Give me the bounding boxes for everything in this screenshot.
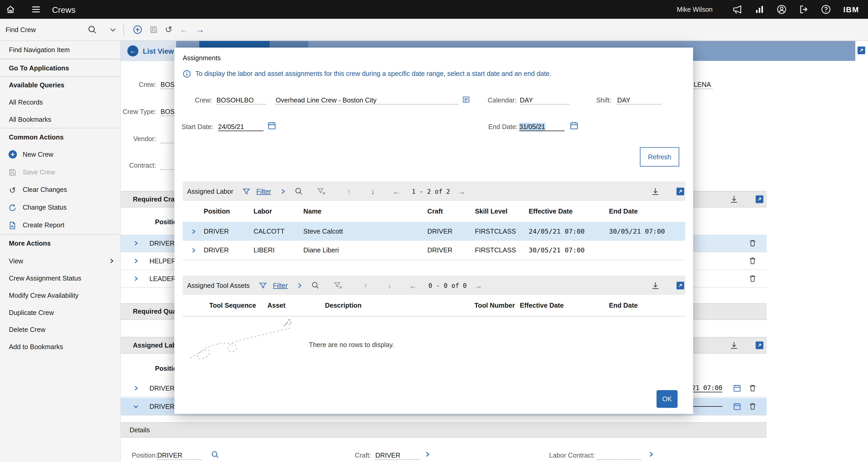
- effective-date-cell: 24/05/21 07:00: [529, 222, 609, 241]
- maximize-table-icon[interactable]: [755, 195, 764, 203]
- back-arrow-icon[interactable]: ←: [127, 45, 138, 56]
- column-header[interactable]: End Date: [609, 201, 685, 222]
- sidebar-item-all-records[interactable]: All Records: [0, 94, 120, 111]
- user-name[interactable]: Mike Wilson: [677, 5, 713, 13]
- expand-row-icon[interactable]: [183, 241, 204, 259]
- filter-link[interactable]: Filter: [273, 275, 288, 295]
- column-header[interactable]: Position: [204, 201, 253, 222]
- calendar-icon[interactable]: [733, 402, 741, 410]
- calendar-icon[interactable]: [733, 384, 741, 392]
- chevron-right-icon[interactable]: [280, 182, 286, 201]
- column-header[interactable]: Description: [325, 295, 474, 316]
- sidebar-item-add-to-bookmarks[interactable]: Add to Bookmarks: [0, 338, 120, 355]
- sidebar-item-new-crew[interactable]: New Crew: [0, 145, 120, 163]
- labor-row-selected[interactable]: DRIVER CALCOTT Steve Calcott DRIVER FIRS…: [183, 222, 685, 241]
- announcements-icon[interactable]: [733, 4, 743, 14]
- reports-icon[interactable]: [755, 4, 765, 14]
- expand-row-icon[interactable]: [133, 258, 139, 264]
- expand-row-icon[interactable]: [133, 275, 139, 282]
- column-header[interactable]: End Date: [609, 295, 685, 316]
- column-header[interactable]: Labor: [253, 201, 303, 222]
- delete-row-icon[interactable]: [748, 384, 757, 392]
- next-page-icon: →: [458, 182, 466, 201]
- calendar-icon[interactable]: [267, 121, 276, 130]
- list-view-link[interactable]: ← List View: [121, 41, 176, 61]
- download-icon[interactable]: [651, 275, 660, 295]
- sidebar-item-view[interactable]: View: [0, 252, 120, 270]
- detail-craft-value[interactable]: DRIVER: [375, 452, 420, 460]
- filter-icon[interactable]: [243, 182, 250, 201]
- home-icon[interactable]: [5, 4, 16, 14]
- sidebar-item-crew-assignment-status[interactable]: Crew Assignment Status: [0, 270, 120, 287]
- sidebar-item-duplicate-crew[interactable]: Duplicate Crew: [0, 304, 120, 321]
- filter-icon[interactable]: [259, 275, 267, 295]
- download-icon[interactable]: [651, 182, 660, 201]
- sidebar-item-modify-crew-availability[interactable]: Modify Crew Availability: [0, 287, 120, 304]
- vendor-value[interactable]: [161, 135, 175, 143]
- expand-row-icon[interactable]: [133, 240, 139, 246]
- column-header[interactable]: Tool Sequence: [209, 295, 267, 316]
- refresh-button[interactable]: Refresh: [640, 147, 679, 167]
- detail-labor-contract-value[interactable]: [597, 452, 641, 460]
- next-record-icon[interactable]: →: [196, 25, 205, 34]
- column-header[interactable]: Craft: [428, 201, 475, 222]
- contract-value[interactable]: [161, 162, 175, 170]
- labor-row[interactable]: DRIVER LIBERI Diane Liberi DRIVER FIRSTC…: [183, 241, 685, 260]
- sidebar-item-delete-crew[interactable]: Delete Crew: [0, 321, 120, 338]
- ok-button[interactable]: OK: [656, 390, 678, 408]
- expand-icon[interactable]: [858, 46, 865, 54]
- find-crew-input[interactable]: [4, 25, 79, 34]
- move-down-icon[interactable]: ↓: [371, 182, 375, 201]
- crew-description[interactable]: Overhead Line Crew - Boston City: [276, 96, 458, 104]
- sidebar-item-all-bookmarks[interactable]: All Bookmarks: [0, 110, 120, 128]
- delete-row-icon[interactable]: [748, 239, 757, 248]
- filter-link[interactable]: Filter: [256, 182, 271, 201]
- download-icon[interactable]: [730, 341, 738, 350]
- start-date-input[interactable]: 24/05/21: [218, 123, 264, 131]
- crew-value[interactable]: BOSOHLBO: [216, 96, 266, 104]
- logout-icon[interactable]: [799, 4, 809, 14]
- calendar-icon[interactable]: [569, 121, 579, 130]
- column-header[interactable]: Asset: [267, 295, 325, 316]
- download-icon[interactable]: [730, 195, 738, 204]
- chevron-right-icon[interactable]: [424, 451, 431, 458]
- expand-row-icon[interactable]: [183, 222, 204, 241]
- clear-changes-icon[interactable]: ↺: [165, 25, 172, 34]
- expand-row-icon[interactable]: [133, 385, 139, 391]
- sidebar-item-change-status[interactable]: Change Status: [0, 199, 120, 217]
- maximize-table-icon[interactable]: [677, 182, 684, 201]
- search-icon[interactable]: [311, 275, 319, 295]
- shift-value[interactable]: DAY: [617, 96, 662, 104]
- menu-icon[interactable]: [31, 4, 41, 14]
- column-header[interactable]: Name: [303, 201, 427, 222]
- calendar-value[interactable]: DAY: [520, 96, 569, 104]
- detail-position-value[interactable]: DRIVER: [157, 452, 202, 460]
- assigned-labor-header-row: Position Labor Name Craft Skill Level Ef…: [183, 201, 685, 222]
- chevron-down-icon[interactable]: [109, 26, 117, 34]
- collapse-row-icon[interactable]: [133, 403, 139, 409]
- maximize-table-icon[interactable]: [755, 341, 764, 350]
- sidebar-item-clear-changes[interactable]: ↺ Clear Changes: [0, 181, 120, 199]
- sidebar-item-go-to-applications[interactable]: Go To Applications: [0, 59, 120, 76]
- delete-row-icon[interactable]: [748, 257, 757, 265]
- delete-row-icon[interactable]: [748, 402, 757, 410]
- user-profile-icon[interactable]: [777, 4, 786, 14]
- table-title: Assigned Labor: [187, 182, 233, 201]
- chevron-right-icon[interactable]: [296, 275, 303, 295]
- search-icon[interactable]: [294, 182, 303, 201]
- search-icon[interactable]: [211, 451, 219, 459]
- maximize-table-icon[interactable]: [677, 275, 684, 295]
- chevron-right-icon[interactable]: [648, 451, 654, 458]
- column-header[interactable]: Tool Number: [474, 295, 520, 316]
- column-header[interactable]: Skill Level: [475, 201, 529, 222]
- detail-menu-icon[interactable]: [462, 96, 470, 103]
- end-date-input[interactable]: 31/05/21: [519, 123, 565, 131]
- delete-row-icon[interactable]: [748, 274, 757, 283]
- column-header[interactable]: Effective Date: [520, 295, 609, 316]
- search-icon[interactable]: [87, 25, 97, 34]
- sidebar-item-create-report[interactable]: Create Report: [0, 217, 120, 234]
- find-navigation-input[interactable]: Find Navigation Item: [0, 41, 120, 59]
- column-header[interactable]: Effective Date: [529, 201, 609, 222]
- new-record-icon[interactable]: [133, 25, 142, 34]
- help-icon[interactable]: [821, 4, 831, 14]
